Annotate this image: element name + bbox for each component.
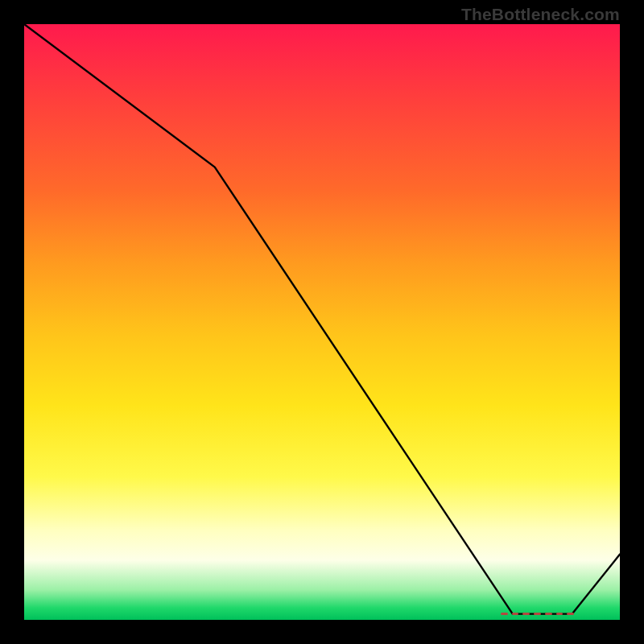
chart-frame: TheBottleneck.com xyxy=(0,0,644,644)
min-marker-dashes xyxy=(501,613,578,616)
dash-segment xyxy=(556,613,564,615)
dash-segment xyxy=(545,613,552,615)
dash-segment xyxy=(534,613,541,615)
curve-path xyxy=(24,24,620,614)
dash-segment xyxy=(522,613,530,615)
plot-area xyxy=(24,24,620,620)
line-curve xyxy=(24,24,620,620)
dash-segment xyxy=(501,613,508,615)
dash-segment xyxy=(512,613,519,615)
attribution-text: TheBottleneck.com xyxy=(461,5,620,24)
dash-segment xyxy=(567,613,574,615)
